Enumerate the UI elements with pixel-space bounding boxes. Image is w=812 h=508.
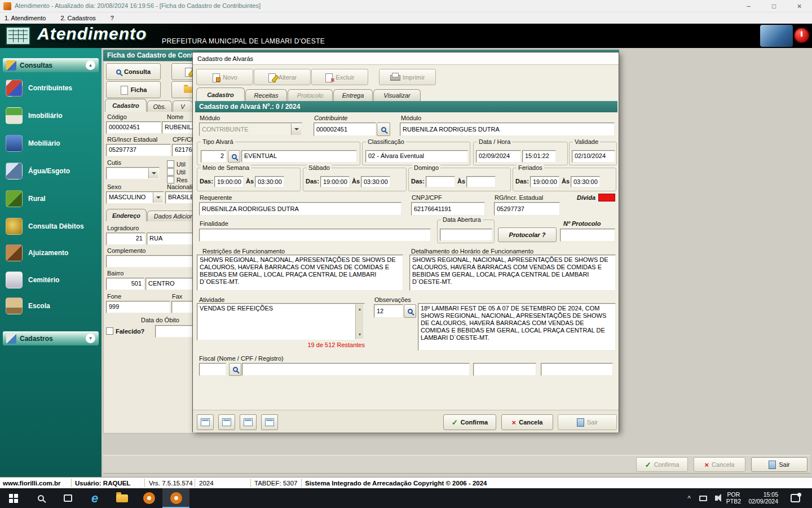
cnpj-input[interactable]: 62176641191 (411, 202, 485, 216)
nav-last-button[interactable] (261, 414, 278, 430)
sidebar-item-cemiterio[interactable]: Cemitério (6, 268, 98, 292)
ficha-tab-3[interactable]: V (173, 100, 193, 112)
validade-input[interactable]: 02/10/2024 (572, 150, 615, 163)
tipo-search-button[interactable] (228, 150, 240, 163)
domingo-ate-input[interactable] (466, 176, 496, 187)
sidebar-item-agua-esgoto[interactable]: Água/Esgoto (6, 159, 98, 183)
sidebar-section-cadastros[interactable]: Cadastros ▼ (3, 331, 99, 345)
modulo2-input[interactable]: RUBENILZA RODRIGUES DUTRA (400, 122, 615, 136)
meio-semana-das-input[interactable]: 19:00:00 (214, 176, 244, 187)
scroll-down-icon[interactable]: ▼ (358, 331, 362, 338)
fiscal-cpf-input[interactable] (473, 363, 536, 376)
observacoes-cod-input[interactable]: 12 (374, 304, 403, 318)
detalhamento-textarea[interactable]: SHOWS REGIONAL, NACIONAL, APRESENTAÇÕES … (409, 255, 616, 291)
novo-button[interactable]: Novo (196, 69, 253, 85)
tray-expand-button[interactable]: ^ (682, 488, 696, 508)
contribuinte-search-button[interactable] (377, 122, 390, 136)
util1-checkbox[interactable] (167, 160, 174, 168)
restricoes-textarea[interactable]: SHOWS REGIONAL, NACIONAL, APRESENTAÇÕES … (197, 255, 403, 291)
notification-icon[interactable] (786, 488, 804, 508)
clock[interactable]: 15:0502/09/2024 (744, 491, 778, 505)
menu-help[interactable]: ? (111, 15, 114, 21)
res-checkbox[interactable] (167, 176, 174, 183)
power-button-icon[interactable] (794, 28, 809, 43)
alterar-button[interactable]: Alterar (254, 69, 311, 85)
volume-icon[interactable] (709, 488, 723, 508)
nav-prev-button[interactable] (218, 414, 235, 430)
main-confirma-button[interactable]: ✓Confirma (636, 457, 688, 472)
logradouro-cod-input[interactable]: 21 (106, 233, 145, 245)
feriados-das-input[interactable]: 19:00:00 (530, 176, 559, 187)
codigo-input[interactable]: 000002451 (106, 121, 161, 134)
atividade-scrollbar[interactable]: ▲▼ (355, 304, 364, 339)
tab-receitas[interactable]: Receitas (245, 89, 287, 101)
ficha-tab-obs[interactable]: Obs. (147, 100, 172, 112)
rg-incr-input[interactable]: 05297737 (494, 202, 560, 216)
nav-next-button[interactable] (240, 414, 257, 430)
excluir-button[interactable]: Excluir (311, 69, 368, 85)
menu-cadastros[interactable]: 2. Cadastros (60, 15, 95, 21)
app-button-1[interactable] (135, 488, 162, 508)
sidebar-item-consulta-debitos[interactable]: Consulta Débitos (6, 214, 98, 239)
atividade-textarea[interactable]: VENDAS DE REFEIÇÕES ▲▼ (197, 303, 365, 340)
taskview-button[interactable] (54, 488, 81, 508)
tab-entrega[interactable]: Entrega (333, 89, 373, 101)
tab-visualizar[interactable]: Visualizar (373, 89, 421, 101)
data-input[interactable]: 02/09/2024 (476, 150, 521, 163)
fone-input[interactable]: 999 (106, 301, 170, 313)
menu-atendimento[interactable]: 1. Atendimento (5, 15, 46, 21)
fiscal-registro-input[interactable] (541, 363, 613, 376)
contribuinte-input[interactable]: 000002451 (314, 122, 376, 136)
main-sair-button[interactable]: Sair (751, 457, 807, 472)
sidebar-item-mobiliario[interactable]: Mobiliário (6, 131, 98, 156)
fiscal-search-button[interactable] (229, 363, 241, 376)
tab-protocolo[interactable]: Protocolo (288, 89, 333, 101)
sidebar-item-imobiliario[interactable]: Imobiliário (6, 103, 98, 128)
hora-input[interactable]: 15:01:22 (522, 150, 556, 163)
sidebar-section-consultas[interactable]: Consultas ▲ (3, 58, 99, 72)
search-button[interactable] (27, 488, 54, 508)
finalidade-input[interactable] (199, 229, 431, 242)
network-icon[interactable] (697, 488, 709, 508)
sabado-das-input[interactable]: 19:00:00 (320, 176, 350, 187)
sair-button[interactable]: Sair (558, 414, 617, 430)
app-button-2-active[interactable] (162, 488, 189, 508)
protocolar-button[interactable]: Protocolar ? (498, 227, 557, 242)
cutis-select[interactable] (106, 167, 160, 179)
cancela-button[interactable]: ×Cancela (501, 414, 553, 430)
sabado-ate-input[interactable]: 03:30:00 (361, 176, 390, 187)
classificacao-input[interactable]: 02 - Álvara Eventual (365, 150, 468, 163)
language-indicator[interactable]: PORPTB2 (724, 491, 743, 505)
start-button[interactable] (0, 488, 27, 508)
confirma-button[interactable]: ✓Confirma (443, 414, 496, 430)
sidebar-item-rural[interactable]: Rural (6, 186, 98, 211)
sexo-select[interactable]: MASCULINO (106, 191, 164, 204)
sidebar-item-ajuizamento[interactable]: Ajuizamento (6, 240, 98, 265)
minimize-button[interactable]: – (736, 0, 761, 12)
meio-semana-ate-input[interactable]: 03:30:00 (255, 176, 284, 187)
util2-checkbox[interactable] (167, 168, 174, 176)
sidebar-item-contribuintes[interactable]: Contribuintes (6, 76, 98, 100)
bairro-cod-input[interactable]: 501 (106, 278, 144, 290)
restore-button[interactable]: □ (761, 0, 787, 12)
fiscal-nome-input[interactable] (242, 363, 470, 376)
consulta-button[interactable]: Consulta (106, 63, 161, 80)
rg-input[interactable]: 05297737 (106, 144, 171, 156)
falecido-checkbox[interactable] (106, 327, 113, 335)
modulo-select[interactable]: CONTRIBUINTE (199, 122, 302, 136)
close-button[interactable]: × (787, 0, 812, 12)
ficha-button[interactable]: Ficha (106, 81, 161, 98)
chevron-up-icon[interactable]: ▲ (86, 60, 95, 70)
tipo-cod-input[interactable]: 2 (201, 150, 227, 163)
scroll-up-icon[interactable]: ▲ (358, 305, 362, 313)
fiscal-cod-input[interactable] (199, 363, 226, 376)
tab-cadastro[interactable]: Cadastro (196, 87, 245, 101)
requerente-input[interactable]: RUBENILZA RODRIGUES DUTRA (199, 202, 401, 216)
explorer-button[interactable] (108, 488, 135, 508)
sidebar-item-escola[interactable]: Escola (6, 294, 98, 318)
observacoes-textarea[interactable]: 18º LAMBARI FEST DE 05 A 07 DE SETEMBRO … (418, 303, 616, 351)
feriados-ate-input[interactable]: 03:30:00 (571, 176, 600, 187)
complemento-input[interactable] (106, 255, 194, 268)
imprimir-button[interactable]: Imprimir (379, 69, 436, 85)
subtab-endereco[interactable]: Endereço (106, 209, 147, 221)
